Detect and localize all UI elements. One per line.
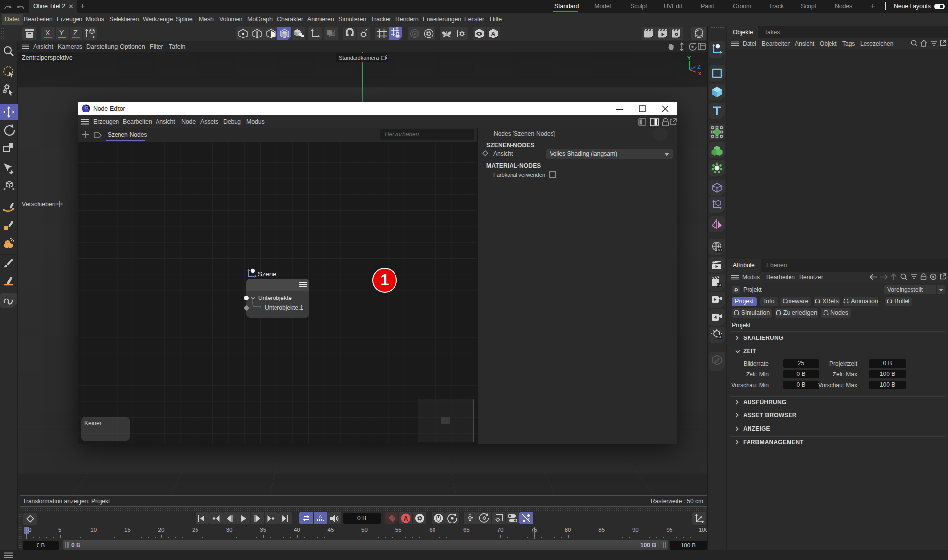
svg-text:X: X — [698, 71, 702, 76]
svg-text:A: A — [404, 515, 408, 522]
svg-text:ST: ST — [717, 336, 722, 339]
svg-text:A: A — [491, 30, 496, 37]
svg-text:A: A — [319, 514, 322, 519]
svg-text:ST: ST — [718, 248, 723, 252]
svg-text:Y: Y — [687, 55, 691, 61]
svg-text:Z: Z — [697, 64, 701, 70]
svg-text:ST: ST — [717, 283, 722, 287]
